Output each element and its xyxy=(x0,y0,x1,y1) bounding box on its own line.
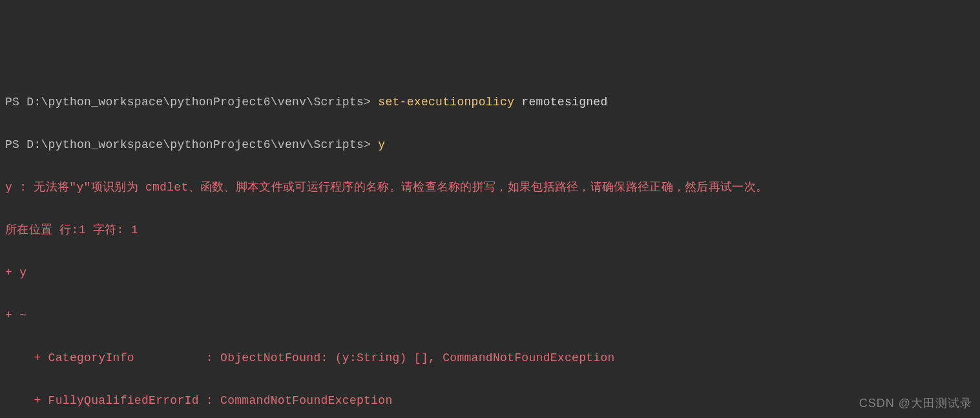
command-arg: remotesigned xyxy=(514,96,607,109)
error-line: 所在位置 行:1 字符: 1 xyxy=(5,220,980,241)
ps-prompt: PS D:\python_workspace\pythonProject6\ve… xyxy=(5,96,378,109)
ps-prompt: PS D:\python_workspace\pythonProject6\ve… xyxy=(5,138,378,151)
error-line: + ~ xyxy=(5,305,980,326)
command-name: set-executionpolicy xyxy=(378,96,514,109)
watermark: CSDN @大田测试录 xyxy=(859,393,972,414)
error-line: + y xyxy=(5,262,980,284)
terminal-line: PS D:\python_workspace\pythonProject6\ve… xyxy=(5,134,980,156)
error-line: + CategoryInfo : ObjectNotFound: (y:Stri… xyxy=(5,348,980,369)
error-line: y : 无法将"y"项识别为 cmdlet、函数、脚本文件或可运行程序的名称。请… xyxy=(5,177,980,198)
error-line: + FullyQualifiedErrorId : CommandNotFoun… xyxy=(5,390,980,412)
terminal-line: PS D:\python_workspace\pythonProject6\ve… xyxy=(5,92,980,113)
command-name: y xyxy=(378,138,385,151)
